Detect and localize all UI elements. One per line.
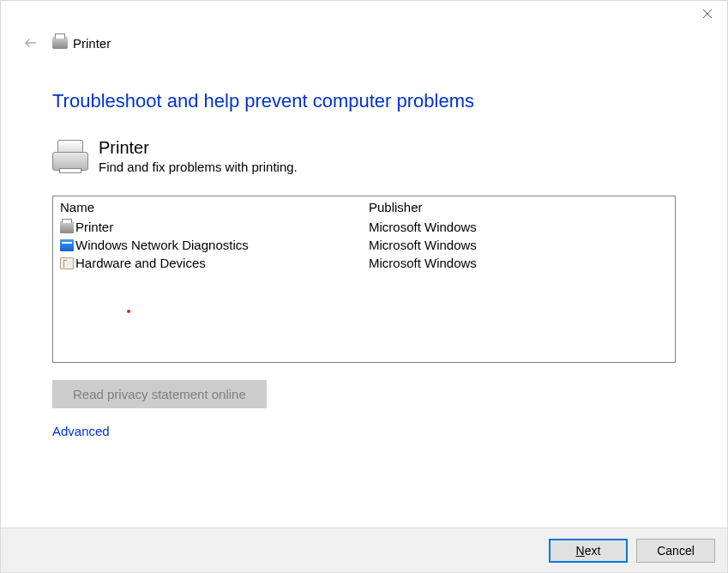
table-row[interactable]: Printer Microsoft Windows — [53, 218, 675, 236]
table-rows: Printer Microsoft Windows Windows Networ… — [53, 218, 675, 272]
row-name: Hardware and Devices — [75, 256, 206, 270]
printer-large-icon — [52, 140, 88, 171]
hardware-icon — [60, 257, 74, 269]
network-icon — [60, 239, 74, 251]
advanced-link[interactable]: Advanced — [52, 424, 110, 438]
back-button[interactable] — [18, 30, 44, 56]
row-publisher: Microsoft Windows — [369, 220, 668, 234]
printer-icon — [52, 35, 68, 51]
table-header: Name Publisher — [53, 196, 675, 218]
troubleshooter-window: Printer Troubleshoot and help prevent co… — [0, 0, 728, 573]
row-publisher: Microsoft Windows — [369, 238, 668, 252]
back-arrow-icon — [23, 35, 39, 51]
content-area: Troubleshoot and help prevent computer p… — [1, 56, 727, 439]
section-desc: Find and fix problems with printing. — [99, 160, 298, 174]
row-publisher: Microsoft Windows — [369, 256, 668, 270]
table-row[interactable]: Hardware and Devices Microsoft Windows — [53, 254, 675, 272]
column-publisher-header[interactable]: Publisher — [369, 200, 668, 214]
troubleshooter-table: Name Publisher Printer Microsoft Windows… — [52, 196, 676, 363]
close-button[interactable] — [688, 1, 727, 27]
row-name: Printer — [75, 220, 113, 234]
main-heading: Troubleshoot and help prevent computer p… — [52, 90, 676, 112]
section-row: Printer Find and fix problems with print… — [52, 138, 676, 174]
next-mnemonic: N — [576, 544, 585, 558]
red-dot-marker — [127, 310, 130, 313]
header-title: Printer — [73, 36, 111, 51]
close-icon — [702, 9, 713, 19]
printer-icon — [60, 221, 74, 233]
next-button[interactable]: Next — [549, 539, 628, 563]
footer: Next Cancel — [1, 528, 727, 572]
header-row: Printer — [1, 30, 727, 56]
row-name: Windows Network Diagnostics — [75, 238, 249, 252]
section-title: Printer — [99, 138, 298, 158]
next-rest: ext — [585, 544, 601, 558]
table-row[interactable]: Windows Network Diagnostics Microsoft Wi… — [53, 236, 675, 254]
section-text: Printer Find and fix problems with print… — [99, 138, 298, 174]
column-name-header[interactable]: Name — [60, 200, 369, 214]
cancel-button[interactable]: Cancel — [636, 539, 715, 563]
privacy-statement-button[interactable]: Read privacy statement online — [52, 380, 267, 408]
